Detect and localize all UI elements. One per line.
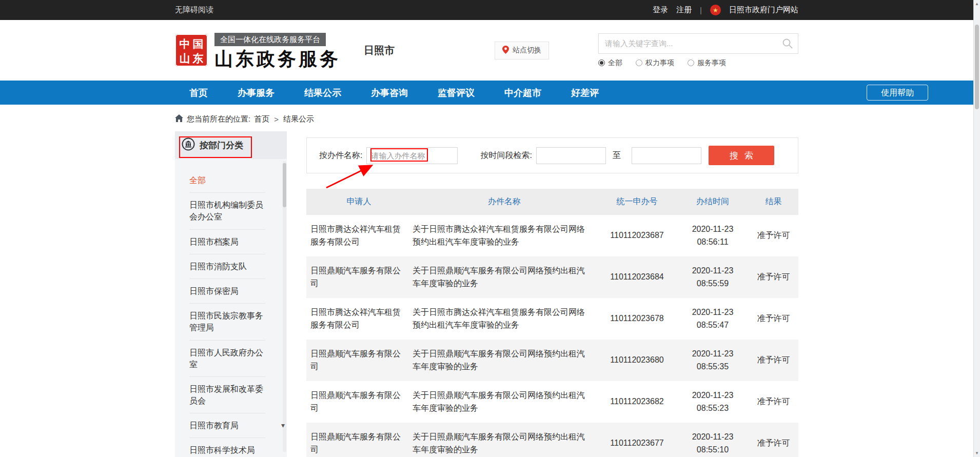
sidebar-item-label: 日照市科学技术局 [189,446,255,454]
results-main: 按办件名称: 按时间段检索: 至 搜索 申请人 办件名称 统一申办号 [306,131,798,457]
col-header-apply-number: 统一申办号 [597,189,677,215]
col-header-applicant: 申请人 [306,189,411,215]
sidebar-item-secrecy[interactable]: 日照市保密局 [189,279,265,304]
scope-option-service[interactable]: 服务事项 [688,58,726,68]
accessibility-link[interactable]: 无障碍阅读 [175,5,213,15]
scrollbar-thumb[interactable] [975,25,979,109]
shandong-seal-icon: 中 国 山 东 [175,34,208,67]
nav-item-agency-market[interactable]: 中介超市 [504,87,541,99]
search-scope-row: 全部 权力事项 服务事项 [598,58,798,68]
name-filter-label: 按办件名称: [319,150,362,161]
cell-finish-time: 2020-11-2308:56:11 [677,215,749,256]
site-logo[interactable]: 中 国 山 东 全国一体化在线政务服务平台 山东政务服务 [175,33,341,68]
cell-finish-time: 2020-11-2308:55:47 [677,298,749,340]
finish-clock: 08:55:23 [697,404,729,412]
time-filter-label: 按时间段检索: [480,150,532,161]
radio-icon[interactable] [598,59,605,66]
item-name-input[interactable] [366,147,458,164]
sidebar-scrollbar-thumb[interactable] [283,163,286,207]
nav-item-supervision[interactable]: 监督评议 [438,87,475,99]
nav-item-rating[interactable]: 好差评 [571,87,599,99]
finish-date: 2020-11-23 [692,308,734,316]
finish-date: 2020-11-23 [692,225,734,233]
cell-result: 准予许可 [749,423,798,457]
search-icon[interactable] [782,38,793,51]
cell-item-name: 关于日照鼎顺汽车服务有限公司网络预约出租汽车年度审验的业务 [411,340,597,381]
top-utility-bar: 无障碍阅读 登录 注册 | ★ 日照市政府门户网站 [0,0,973,20]
sidebar-item-archives[interactable]: 日照市档案局 [189,230,265,254]
start-date-input[interactable] [536,147,606,164]
main-nav: 首页 办事服务 结果公示 办事咨询 监督评议 中介超市 好差评 使用帮助 [0,81,973,105]
table-header-row: 申请人 办件名称 统一申办号 办结时间 结果 [306,189,798,215]
col-header-finish-time: 办结时间 [677,189,749,215]
cell-finish-time: 2020-11-2308:55:59 [677,256,749,298]
sidebar-item-label: 日照市发展和改革委员会 [189,385,263,405]
end-date-input[interactable] [632,147,701,164]
sidebar-item-science-tech[interactable]: 日照市科学技术局 [189,438,265,457]
scope-option-power[interactable]: 权力事项 [636,58,674,68]
sidebar-item-education[interactable]: 日照市教育局 [189,413,265,438]
cell-result: 准予许可 [749,215,798,256]
help-button[interactable]: 使用帮助 [867,85,928,101]
national-emblem-icon: ★ [710,5,721,15]
cell-result: 准予许可 [749,381,798,423]
finish-clock: 08:56:11 [697,237,728,246]
nav-item-results[interactable]: 结果公示 [304,87,341,99]
login-link[interactable]: 登录 [653,5,668,15]
scrollbar-down-arrow-icon[interactable]: ▼ [974,451,980,455]
site-switch-button[interactable]: 站点切换 [495,42,549,59]
sidebar-item-fire-brigade[interactable]: 日照市消防支队 [189,254,265,279]
sidebar-item-ethnic-religion[interactable]: 日照市民族宗教事务管理局 [189,304,265,340]
seal-char: 中 [180,37,190,51]
finish-clock: 08:55:10 [697,445,729,454]
seal-char: 山 [180,51,190,66]
site-switch-label: 站点切换 [513,46,541,55]
chevron-down-icon[interactable]: ▾ [281,422,285,429]
cell-finish-time: 2020-11-2308:55:23 [677,381,749,423]
cell-result: 准予许可 [749,298,798,340]
sidebar-item-label: 日照市保密局 [189,287,239,295]
scope-option-all[interactable]: 全部 [598,58,622,68]
city-portal-link[interactable]: 日照市政府门户网站 [729,5,798,15]
cell-applicant: 日照鼎顺汽车服务有限公司 [306,423,411,457]
sidebar-item-label: 日照市人民政府办公室 [189,348,263,369]
cell-item-name: 关于日照市腾达众祥汽车租赁服务有限公司网络预约出租汽车年度审验的业务 [411,215,597,256]
finish-date: 2020-11-23 [692,349,734,358]
radio-icon[interactable] [688,59,694,66]
cell-apply-number: 110112023677 [597,423,677,457]
topbar-divider: | [700,6,702,14]
finish-date: 2020-11-23 [692,266,734,275]
sidebar-item-gov-office[interactable]: 日照市人民政府办公室 [189,341,265,377]
sidebar-header: 按部门分类 [175,131,287,159]
platform-badge: 全国一体化在线政务服务平台 [214,33,326,46]
location-pin-icon [502,46,509,55]
sidebar-item-development-reform[interactable]: 日照市发展和改革委员会 [189,377,265,413]
cell-result: 准予许可 [749,340,798,381]
nav-item-home[interactable]: 首页 [189,87,208,99]
register-link[interactable]: 注册 [676,5,692,15]
scrollbar-up-arrow-icon[interactable]: ▲ [974,2,980,6]
filter-bar: 按办件名称: 按时间段检索: 至 搜索 [306,137,798,173]
cell-finish-time: 2020-11-2308:55:10 [677,423,749,457]
department-list: 全部 日照市机构编制委员会办公室 日照市档案局 日照市消防支队 日照市保密局 日… [175,159,287,457]
seal-char: 东 [193,51,204,66]
nav-item-services[interactable]: 办事服务 [238,87,275,99]
keyword-search-input[interactable] [599,34,798,53]
radio-icon[interactable] [636,59,642,66]
cell-apply-number: 110112023687 [597,215,677,256]
browser-scrollbar: ▲ ▼ [973,0,980,457]
search-button[interactable]: 搜索 [709,146,774,165]
nav-item-consult[interactable]: 办事咨询 [371,87,408,99]
keyword-search-box [598,33,798,54]
table-row: 日照鼎顺汽车服务有限公司 关于日照鼎顺汽车服务有限公司网络预约出租汽车年度审验的… [306,256,798,298]
breadcrumb-home-link[interactable]: 首页 [254,114,269,124]
scope-label: 全部 [608,58,622,68]
sidebar-item-all[interactable]: 全部 [189,168,265,193]
department-category-icon [182,137,195,153]
cell-apply-number: 110112023682 [597,381,677,423]
sidebar-item-org-committee[interactable]: 日照市机构编制委员会办公室 [189,193,265,229]
sidebar-title: 按部门分类 [200,140,243,151]
department-sidebar: 按部门分类 全部 日照市机构编制委员会办公室 日照市档案局 日照市消防支队 日照… [175,131,287,457]
cell-applicant: 日照鼎顺汽车服务有限公司 [306,340,411,381]
sidebar-item-label: 日照市档案局 [189,237,239,246]
